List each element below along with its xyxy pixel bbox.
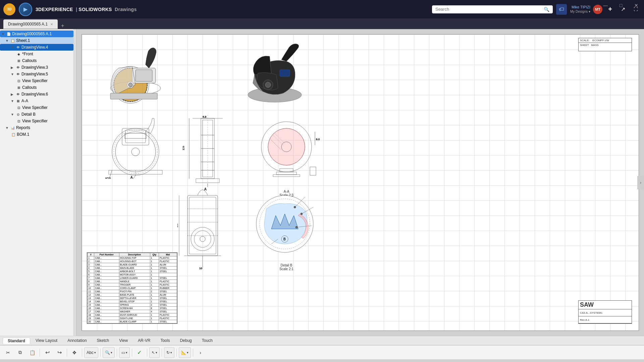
cursor-button[interactable]: ↖ ▾ bbox=[149, 347, 160, 358]
title-info-row1: CA3.A...SYSTEM1 bbox=[579, 309, 632, 316]
separator1 bbox=[40, 349, 40, 357]
rotate-icon: ↻ bbox=[166, 350, 170, 355]
bom-cell: MAIN-BLADE bbox=[119, 266, 150, 270]
sidebar-item-viewspec2[interactable]: ⊡ View Specifier bbox=[0, 104, 73, 111]
separator4 bbox=[100, 349, 101, 357]
section-icon: ⊠ bbox=[15, 98, 21, 104]
bom-cell: PLASTIC bbox=[159, 260, 177, 263]
text-button[interactable]: Abc ▾ bbox=[84, 347, 98, 358]
bom-cell: 1 bbox=[150, 297, 159, 300]
tab-drawing[interactable]: Drawing00000565 A.1 ✕ bbox=[3, 19, 58, 29]
separator3 bbox=[82, 349, 82, 357]
svg-point-13 bbox=[112, 128, 159, 175]
bom-row: 6CAB...MOTOR-ASSY1 bbox=[88, 273, 177, 277]
sidebar-item-callouts1[interactable]: ⊞ Callouts bbox=[0, 57, 73, 64]
maximize-button[interactable]: □ bbox=[613, 0, 629, 11]
grid-button[interactable]: ▭ ▾ bbox=[119, 347, 130, 358]
search-bar[interactable]: 🔍 bbox=[432, 5, 553, 13]
sidebar-item-viewspec3[interactable]: ⊡ View Specifier bbox=[0, 118, 73, 124]
sidebar-item-drawingview3[interactable]: ▶ 👁 DrawingView.3 bbox=[0, 64, 73, 71]
sidebar-item-drawingview6[interactable]: ▶ 👁 DrawingView.6 bbox=[0, 91, 73, 98]
expand-panel-button[interactable]: › bbox=[637, 176, 644, 189]
tab-standard[interactable]: Standard bbox=[3, 338, 30, 344]
svg-rect-50 bbox=[273, 175, 300, 177]
separator2 bbox=[67, 349, 67, 357]
paste-button[interactable]: 📋 bbox=[27, 347, 38, 358]
sidebar-item-bom1[interactable]: 📋 BOM.1 bbox=[0, 131, 73, 138]
saw-detailb-view: B Detail B Scale 2:1 bbox=[253, 189, 320, 266]
bom-cell: 1 bbox=[150, 293, 159, 297]
title-block-scale: SCALE: ECOMPF-VW bbox=[579, 38, 632, 43]
svg-rect-67 bbox=[189, 197, 216, 254]
svg-text:A: A bbox=[130, 176, 133, 179]
more-button[interactable]: › bbox=[195, 347, 206, 358]
close-button[interactable]: ✕ bbox=[629, 0, 644, 11]
sidebar-item-aa[interactable]: ▼ ⊠ A-A bbox=[0, 98, 73, 104]
svg-rect-51 bbox=[310, 167, 316, 175]
copy-button[interactable]: ⧉ bbox=[15, 347, 25, 358]
add-tab-button[interactable]: + bbox=[58, 23, 67, 29]
document-icon: 📄 bbox=[6, 31, 11, 37]
canvas-area[interactable]: SCALE: ECOMPF-VW SHEET MASS SAW CA3.A...… bbox=[76, 29, 644, 336]
tab-view[interactable]: View bbox=[114, 338, 132, 344]
zoom-button[interactable]: 🔍 ▾ bbox=[103, 347, 115, 358]
bom-row: 4CAB...MAIN-BLADE1STEEL bbox=[88, 266, 177, 270]
redo-button[interactable]: ↪ bbox=[54, 347, 65, 358]
bookmark-button[interactable]: 🏷 bbox=[556, 4, 567, 15]
bom-row: 13CAB...DEPTH-LEVER1STEEL bbox=[88, 297, 177, 300]
move-button[interactable]: ✥ bbox=[69, 347, 80, 358]
rotate-button[interactable]: ↻ ▾ bbox=[164, 347, 174, 358]
tree-root[interactable]: ▼ 📄 Drawing00000565 A.1 bbox=[0, 31, 73, 37]
module-label: Drawings bbox=[115, 7, 137, 12]
tab-touch[interactable]: Touch bbox=[197, 338, 217, 344]
tab-tools[interactable]: Tools bbox=[156, 338, 174, 344]
expand-icon: ▼ bbox=[5, 126, 9, 130]
search-input[interactable] bbox=[435, 7, 542, 12]
sidebar-item-detailb[interactable]: ▼ ⊙ Detail B bbox=[0, 111, 73, 118]
bom-cell: PLASTIC bbox=[159, 283, 177, 287]
bom-cell: 1 bbox=[150, 266, 159, 270]
sidebar-item-drawingview4[interactable]: ▼ 👁 DrawingView.4 bbox=[0, 44, 73, 51]
sidebar-item-viewspec1[interactable]: ⊡ View Specifier bbox=[0, 77, 73, 84]
bom-cell: STEEL bbox=[159, 266, 177, 270]
saw-3d-view bbox=[239, 41, 310, 112]
tab-sketch[interactable]: Sketch bbox=[92, 338, 114, 344]
bom-cell: ALUM bbox=[159, 293, 177, 297]
bom-row: 19CAB...SIGHT-LINE1PLASTIC bbox=[88, 317, 177, 320]
bom-row: 2CAB...HOUSING-BOT1PLASTIC bbox=[88, 260, 177, 263]
sidebar-resize-handle[interactable] bbox=[74, 29, 76, 336]
sidebar-item-reports[interactable]: ▼ 📊 Reports bbox=[0, 124, 73, 131]
expand-icon: ▼ bbox=[1, 32, 5, 36]
bom-row: 20CAB...BLADE-CLAMP1STEEL bbox=[88, 320, 177, 323]
play-button[interactable]: ▶ bbox=[19, 3, 32, 16]
tab-debug[interactable]: Debug bbox=[175, 338, 196, 344]
bom-cell: CAB... bbox=[94, 280, 119, 283]
drawingview6-label: DrawingView.6 bbox=[21, 92, 48, 97]
bom-cell: CAB... bbox=[94, 303, 119, 307]
saw-label: SAW bbox=[580, 301, 594, 308]
bom-cell: CAB... bbox=[94, 320, 119, 323]
sidebar-item-front[interactable]: ◈ *Front bbox=[0, 51, 73, 57]
sidebar-item-sheet1[interactable]: ▼ 📋 Sheet.1 bbox=[0, 37, 73, 44]
title-block-top: SCALE: ECOMPF-VW SHEET MASS bbox=[578, 38, 632, 51]
cut-button[interactable]: ✂ bbox=[3, 347, 13, 358]
svg-point-42 bbox=[268, 128, 305, 165]
expand-icon: ▶ bbox=[11, 66, 15, 69]
check-button[interactable]: ✓ bbox=[134, 347, 145, 358]
bom-cell: CAB... bbox=[94, 317, 119, 320]
tab-close-icon[interactable]: ✕ bbox=[50, 22, 53, 26]
callouts2-label: Callouts bbox=[22, 85, 37, 90]
tree-root-label: Drawing00000565 A.1 bbox=[12, 32, 52, 36]
minimize-button[interactable]: — bbox=[598, 0, 613, 11]
sidebar-item-callouts2[interactable]: ⊞ Callouts bbox=[0, 84, 73, 91]
tab-annotation[interactable]: Annotation bbox=[63, 338, 91, 344]
tab-arvr[interactable]: AR-VR bbox=[133, 338, 155, 344]
undo-button[interactable]: ↩ bbox=[42, 347, 53, 358]
measure-button[interactable]: 📐 ▾ bbox=[179, 347, 191, 358]
bom-cell: 4 bbox=[150, 310, 159, 313]
bom-cell: CORD-CLAMP bbox=[119, 287, 150, 290]
tab-viewlayout[interactable]: View Layout bbox=[31, 338, 62, 344]
search-icon[interactable]: 🔍 bbox=[544, 7, 549, 12]
sidebar-item-drawingview5[interactable]: ▼ 👁 DrawingView.5 bbox=[0, 71, 73, 77]
bom-cell: 1 bbox=[88, 256, 94, 260]
